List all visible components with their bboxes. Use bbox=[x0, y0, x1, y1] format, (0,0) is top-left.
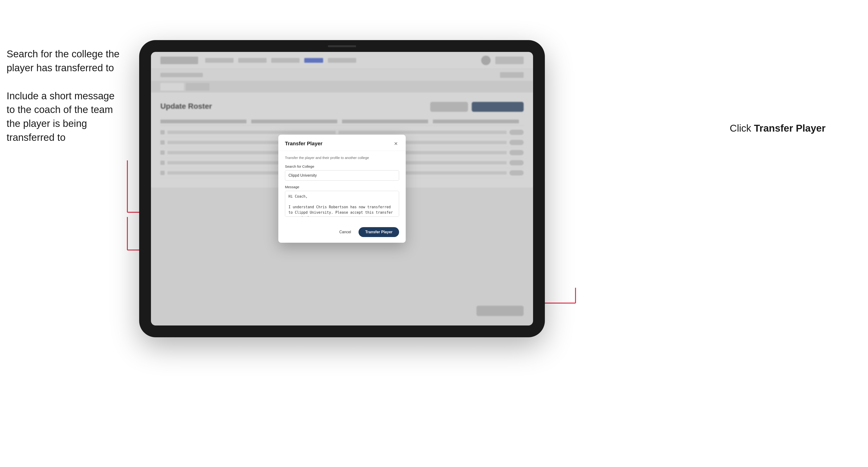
message-textarea[interactable]: Hi Coach, I understand Chris Robertson h… bbox=[285, 191, 399, 217]
modal-header: Transfer Player ✕ bbox=[278, 135, 406, 151]
modal-overlay: Transfer Player ✕ Transfer the player an… bbox=[151, 52, 533, 325]
annotation-message-text: Include a short messageto the coach of t… bbox=[7, 89, 129, 145]
transfer-player-button[interactable]: Transfer Player bbox=[359, 227, 399, 237]
modal-subtitle: Transfer the player and their profile to… bbox=[285, 156, 399, 160]
modal-close-button[interactable]: ✕ bbox=[393, 140, 399, 147]
ipad-screen: Update Roster bbox=[151, 52, 533, 325]
annotation-right: Click Transfer Player bbox=[730, 123, 826, 134]
transfer-player-modal: Transfer Player ✕ Transfer the player an… bbox=[278, 135, 406, 243]
ipad-camera bbox=[328, 45, 356, 47]
modal-body: Transfer the player and their profile to… bbox=[278, 151, 406, 223]
annotation-search-text: Search for the college the player has tr… bbox=[7, 47, 129, 75]
annotation-left-top: Search for the college the player has tr… bbox=[7, 47, 129, 159]
modal-title: Transfer Player bbox=[285, 141, 322, 147]
modal-footer: Cancel Transfer Player bbox=[278, 223, 406, 243]
college-label: Search for College bbox=[285, 164, 399, 168]
annotation-click-text: Click bbox=[730, 123, 754, 134]
annotation-transfer-player-text: Transfer Player bbox=[754, 123, 826, 134]
cancel-button[interactable]: Cancel bbox=[336, 228, 355, 237]
college-input[interactable] bbox=[285, 170, 399, 181]
message-label: Message bbox=[285, 185, 399, 189]
ipad-frame: Update Roster bbox=[139, 40, 545, 337]
